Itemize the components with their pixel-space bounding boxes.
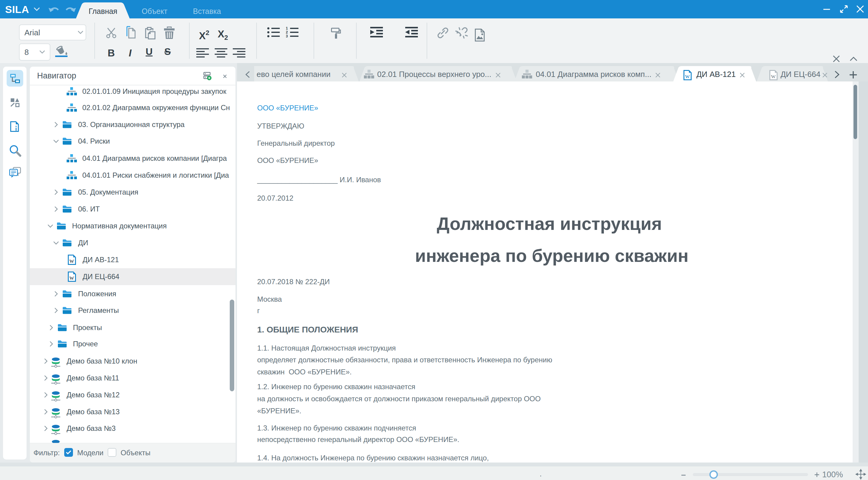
svg-text:1: 1 xyxy=(286,26,288,30)
svg-text:2: 2 xyxy=(286,30,288,34)
svg-text:3: 3 xyxy=(286,34,288,38)
svg-text:w: w xyxy=(69,257,74,264)
svg-text:w: w xyxy=(771,72,776,80)
svg-text:w: w xyxy=(69,274,74,281)
svg-text:w: w xyxy=(685,72,690,80)
